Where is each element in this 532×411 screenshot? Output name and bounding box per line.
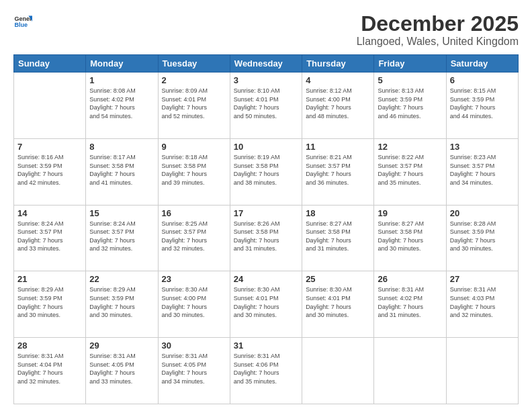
day-number: 16 [162,208,226,218]
calendar-cell: 20Sunrise: 8:28 AMSunset: 3:59 PMDayligh… [446,205,518,271]
calendar-cell: 27Sunrise: 8:31 AMSunset: 4:03 PMDayligh… [446,271,518,338]
calendar-cell: 13Sunrise: 8:23 AMSunset: 3:57 PMDayligh… [446,138,518,205]
calendar-cell [14,73,86,139]
day-number: 12 [378,142,442,152]
calendar-cell: 7Sunrise: 8:16 AMSunset: 3:59 PMDaylight… [14,138,86,205]
calendar-cell: 11Sunrise: 8:21 AMSunset: 3:57 PMDayligh… [302,138,374,205]
calendar-cell: 3Sunrise: 8:10 AMSunset: 4:01 PMDaylight… [230,73,302,139]
day-number: 26 [378,274,442,284]
day-number: 9 [162,142,226,152]
day-number: 19 [378,208,442,218]
day-info: Sunrise: 8:31 AMSunset: 4:04 PMDaylight:… [17,352,82,385]
day-number: 1 [89,75,154,85]
calendar-cell: 12Sunrise: 8:22 AMSunset: 3:57 PMDayligh… [374,138,446,205]
calendar-cell: 14Sunrise: 8:24 AMSunset: 3:57 PMDayligh… [14,205,86,271]
day-info: Sunrise: 8:24 AMSunset: 3:57 PMDaylight:… [17,220,82,253]
page: General Blue December 2025 Llangoed, Wal… [0,0,532,411]
day-number: 2 [162,75,226,85]
calendar-cell [446,338,518,404]
day-info: Sunrise: 8:30 AMSunset: 4:01 PMDaylight:… [306,285,370,319]
calendar-cell: 8Sunrise: 8:17 AMSunset: 3:58 PMDaylight… [86,138,158,205]
day-info: Sunrise: 8:27 AMSunset: 3:58 PMDaylight:… [306,220,370,253]
calendar-cell: 28Sunrise: 8:31 AMSunset: 4:04 PMDayligh… [14,338,86,404]
calendar-cell: 10Sunrise: 8:19 AMSunset: 3:58 PMDayligh… [230,138,302,205]
calendar-cell: 18Sunrise: 8:27 AMSunset: 3:58 PMDayligh… [302,205,374,271]
day-number: 22 [89,274,154,284]
day-info: Sunrise: 8:31 AMSunset: 4:02 PMDaylight:… [378,285,442,319]
day-number: 20 [450,208,515,218]
day-number: 6 [450,75,515,85]
calendar-cell: 31Sunrise: 8:31 AMSunset: 4:06 PMDayligh… [230,338,302,404]
day-info: Sunrise: 8:17 AMSunset: 3:58 PMDaylight:… [89,153,154,187]
subtitle: Llangoed, Wales, United Kingdom [357,36,519,48]
day-number: 21 [17,274,82,284]
day-info: Sunrise: 8:21 AMSunset: 3:57 PMDaylight:… [306,153,370,187]
day-info: Sunrise: 8:28 AMSunset: 3:59 PMDaylight:… [450,220,515,253]
day-number: 15 [89,208,154,218]
col-friday: Friday [374,55,446,73]
calendar-cell: 4Sunrise: 8:12 AMSunset: 4:00 PMDaylight… [302,73,374,139]
day-number: 13 [450,142,515,152]
col-wednesday: Wednesday [230,55,302,73]
col-saturday: Saturday [446,55,518,73]
day-info: Sunrise: 8:12 AMSunset: 4:00 PMDaylight:… [306,87,370,120]
day-info: Sunrise: 8:31 AMSunset: 4:03 PMDaylight:… [450,285,515,319]
day-number: 7 [17,142,82,152]
day-info: Sunrise: 8:13 AMSunset: 3:59 PMDaylight:… [378,87,442,120]
calendar-cell: 25Sunrise: 8:30 AMSunset: 4:01 PMDayligh… [302,271,374,338]
calendar-cell: 9Sunrise: 8:18 AMSunset: 3:58 PMDaylight… [158,138,230,205]
calendar-cell: 5Sunrise: 8:13 AMSunset: 3:59 PMDaylight… [374,73,446,139]
day-number: 17 [234,208,298,218]
calendar-cell: 29Sunrise: 8:31 AMSunset: 4:05 PMDayligh… [86,338,158,404]
calendar-cell: 30Sunrise: 8:31 AMSunset: 4:05 PMDayligh… [158,338,230,404]
col-monday: Monday [86,55,158,73]
day-number: 4 [306,75,370,85]
day-info: Sunrise: 8:19 AMSunset: 3:58 PMDaylight:… [234,153,298,187]
col-tuesday: Tuesday [158,55,230,73]
day-info: Sunrise: 8:22 AMSunset: 3:57 PMDaylight:… [378,153,442,187]
day-number: 5 [378,75,442,85]
calendar-week-2: 14Sunrise: 8:24 AMSunset: 3:57 PMDayligh… [14,205,519,271]
calendar-cell: 21Sunrise: 8:29 AMSunset: 3:59 PMDayligh… [14,271,86,338]
calendar-cell: 17Sunrise: 8:26 AMSunset: 3:58 PMDayligh… [230,205,302,271]
day-info: Sunrise: 8:30 AMSunset: 4:01 PMDaylight:… [234,285,298,319]
day-info: Sunrise: 8:27 AMSunset: 3:58 PMDaylight:… [378,220,442,253]
calendar-cell: 23Sunrise: 8:30 AMSunset: 4:00 PMDayligh… [158,271,230,338]
day-info: Sunrise: 8:15 AMSunset: 3:59 PMDaylight:… [450,87,515,120]
calendar-cell: 1Sunrise: 8:08 AMSunset: 4:02 PMDaylight… [86,73,158,139]
day-info: Sunrise: 8:31 AMSunset: 4:05 PMDaylight:… [89,352,154,385]
calendar-week-4: 28Sunrise: 8:31 AMSunset: 4:04 PMDayligh… [14,338,519,404]
calendar-cell: 26Sunrise: 8:31 AMSunset: 4:02 PMDayligh… [374,271,446,338]
day-info: Sunrise: 8:26 AMSunset: 3:58 PMDaylight:… [234,220,298,253]
svg-text:Blue: Blue [14,21,28,28]
calendar-cell: 24Sunrise: 8:30 AMSunset: 4:01 PMDayligh… [230,271,302,338]
day-info: Sunrise: 8:16 AMSunset: 3:59 PMDaylight:… [17,153,82,187]
day-number: 25 [306,274,370,284]
day-info: Sunrise: 8:29 AMSunset: 3:59 PMDaylight:… [89,285,154,319]
day-info: Sunrise: 8:30 AMSunset: 4:00 PMDaylight:… [162,285,226,319]
day-number: 29 [89,340,154,351]
calendar-cell: 6Sunrise: 8:15 AMSunset: 3:59 PMDaylight… [446,73,518,139]
day-number: 23 [162,274,226,284]
calendar-week-1: 7Sunrise: 8:16 AMSunset: 3:59 PMDaylight… [14,138,519,205]
calendar-cell: 16Sunrise: 8:25 AMSunset: 3:57 PMDayligh… [158,205,230,271]
day-info: Sunrise: 8:24 AMSunset: 3:57 PMDaylight:… [89,220,154,253]
calendar-cell: 15Sunrise: 8:24 AMSunset: 3:57 PMDayligh… [86,205,158,271]
day-number: 31 [234,340,298,351]
title-block: December 2025 Llangoed, Wales, United Ki… [357,12,519,48]
col-sunday: Sunday [14,55,86,73]
day-info: Sunrise: 8:08 AMSunset: 4:02 PMDaylight:… [89,87,154,120]
header: General Blue December 2025 Llangoed, Wal… [13,12,519,48]
day-info: Sunrise: 8:18 AMSunset: 3:58 PMDaylight:… [162,153,226,187]
day-info: Sunrise: 8:23 AMSunset: 3:57 PMDaylight:… [450,153,515,187]
day-number: 11 [306,142,370,152]
day-info: Sunrise: 8:31 AMSunset: 4:05 PMDaylight:… [162,352,226,385]
calendar-week-3: 21Sunrise: 8:29 AMSunset: 3:59 PMDayligh… [14,271,519,338]
day-number: 8 [89,142,154,152]
day-number: 10 [234,142,298,152]
calendar-cell: 19Sunrise: 8:27 AMSunset: 3:58 PMDayligh… [374,205,446,271]
calendar-cell [374,338,446,404]
day-number: 24 [234,274,298,284]
day-number: 18 [306,208,370,218]
calendar-cell: 2Sunrise: 8:09 AMSunset: 4:01 PMDaylight… [158,73,230,139]
